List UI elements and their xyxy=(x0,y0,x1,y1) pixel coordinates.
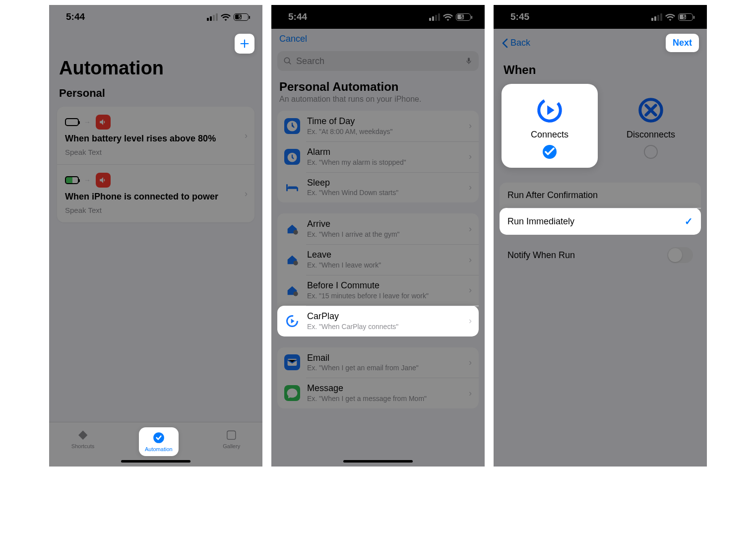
chevron-icon: › xyxy=(469,182,472,193)
chevron-icon: › xyxy=(245,131,248,141)
status-time: 5:45 xyxy=(510,11,529,22)
trigger-sub: Ex. "When I get an email from Jane" xyxy=(307,364,419,372)
trigger-title: Email xyxy=(307,353,419,363)
trigger-alarm[interactable]: AlarmEx. "When my alarm is stopped" › xyxy=(277,141,479,172)
cellular-icon xyxy=(429,13,440,21)
trigger-title: Sleep xyxy=(307,178,398,188)
trigger-title: Leave xyxy=(307,250,381,260)
when-heading: When xyxy=(494,57,707,84)
option-disconnects[interactable]: Disconnects xyxy=(603,84,699,168)
cellular-icon xyxy=(207,13,218,21)
carplay-icon xyxy=(284,313,300,329)
status-bar: 5:44 51 xyxy=(49,5,262,29)
trigger-leave[interactable]: LeaveEx. "When I leave work" › xyxy=(277,244,479,275)
automation-row[interactable]: → When iPhone is connected to power Spea… xyxy=(57,164,254,222)
cancel-button[interactable]: Cancel xyxy=(271,29,485,49)
automation-title: When iPhone is connected to power xyxy=(65,192,247,202)
trigger-sub: Ex. "When CarPlay connects" xyxy=(307,323,398,331)
option-label: Run After Confirmation xyxy=(507,190,598,201)
disconnects-icon xyxy=(636,96,665,125)
page-title: Automation xyxy=(49,54,262,79)
battery-icon: 51 xyxy=(234,13,249,21)
automation-title: When battery level rises above 80% xyxy=(65,134,247,144)
shortcuts-icon: ◆ xyxy=(78,427,87,441)
wifi-icon xyxy=(665,13,675,21)
option-label: Run Immediately xyxy=(507,216,574,227)
wifi-icon xyxy=(443,13,453,21)
toggle-switch[interactable] xyxy=(667,247,693,263)
clock-icon xyxy=(284,118,300,134)
tab-gallery[interactable]: ▢ Gallery xyxy=(223,427,240,449)
add-button[interactable] xyxy=(235,34,254,54)
back-button[interactable]: Back xyxy=(502,38,530,48)
section-personal: Personal xyxy=(49,79,262,104)
message-icon xyxy=(284,385,300,401)
trigger-message[interactable]: MessageEx. "When I get a message from Mo… xyxy=(277,378,479,408)
battery-icon xyxy=(65,118,79,126)
trigger-before-commute[interactable]: Before I CommuteEx. "15 minutes before I… xyxy=(277,275,479,306)
automation-card: → When battery level rises above 80% Spe… xyxy=(57,107,254,222)
automation-icon xyxy=(152,431,165,444)
chevron-icon: › xyxy=(469,255,472,265)
trigger-group-location: ArriveEx. "When I arrive at the gym" › L… xyxy=(277,213,479,336)
trigger-sleep[interactable]: SleepEx. "When Wind Down starts" › xyxy=(277,172,479,203)
email-icon xyxy=(284,354,300,370)
option-notify-when-run[interactable]: Notify When Run xyxy=(500,240,701,270)
option-run-immediately[interactable]: Run Immediately ✓ xyxy=(500,208,701,235)
svg-rect-2 xyxy=(468,58,470,62)
option-run-after-confirmation[interactable]: Run After Confirmation xyxy=(500,183,701,208)
chevron-icon: › xyxy=(469,285,472,295)
automation-row[interactable]: → When battery level rises above 80% Spe… xyxy=(57,107,254,164)
trigger-sub: Ex. "15 minutes before I leave for work" xyxy=(307,292,429,300)
option-label: Notify When Run xyxy=(507,250,575,261)
svg-point-7 xyxy=(293,291,298,296)
search-icon xyxy=(283,57,292,66)
trigger-title: Message xyxy=(307,384,427,394)
run-options: Run After Confirmation Run Immediately ✓ xyxy=(500,183,701,235)
section-title: Personal Automation xyxy=(271,78,485,95)
trigger-title: Before I Commute xyxy=(307,281,429,291)
chevron-left-icon xyxy=(502,38,508,48)
tab-label: Automation xyxy=(145,446,173,452)
tab-shortcuts[interactable]: ◆ Shortcuts xyxy=(71,427,94,449)
chevron-icon: › xyxy=(245,189,248,199)
speak-text-icon xyxy=(96,115,111,130)
gallery-icon: ▢ xyxy=(226,427,237,441)
trigger-sub: Ex. "When I get a message from Mom" xyxy=(307,395,427,402)
plus-icon xyxy=(239,38,250,49)
chevron-icon: › xyxy=(469,224,472,234)
mic-icon[interactable] xyxy=(465,56,473,66)
trigger-time-of-day[interactable]: Time of DayEx. "At 8:00 AM, weekdays" › xyxy=(277,111,479,141)
leave-icon xyxy=(284,252,300,268)
speak-text-icon xyxy=(96,173,111,188)
radio-empty-icon xyxy=(644,145,658,159)
automation-sub: Speak Text xyxy=(65,206,247,214)
chevron-icon: › xyxy=(469,388,472,399)
back-label: Back xyxy=(510,38,530,48)
home-indicator xyxy=(121,460,190,463)
next-button[interactable]: Next xyxy=(666,34,699,52)
arrow-icon: → xyxy=(84,176,91,184)
status-time: 5:44 xyxy=(288,11,307,22)
search-placeholder: Search xyxy=(296,56,324,67)
section-subtitle: An automation that runs on your iPhone. xyxy=(271,95,485,111)
trigger-sub: Ex. "When Wind Down starts" xyxy=(307,189,398,197)
arrive-icon xyxy=(284,221,300,237)
tab-label: Gallery xyxy=(223,443,240,449)
tab-automation[interactable]: Automation xyxy=(145,431,173,452)
svg-point-5 xyxy=(293,230,298,235)
status-bar: 5:44 51 xyxy=(271,5,485,29)
trigger-arrive[interactable]: ArriveEx. "When I arrive at the gym" › xyxy=(277,213,479,244)
screenshot-3: 5:45 51 Back Next When Connects Disconne… xyxy=(494,5,707,467)
alarm-icon xyxy=(284,149,300,165)
tab-bar: ◆ Shortcuts Automation ▢ Gallery xyxy=(49,422,262,467)
trigger-email[interactable]: EmailEx. "When I get an email from Jane"… xyxy=(277,347,479,378)
trigger-title: Alarm xyxy=(307,147,406,157)
trigger-carplay[interactable]: CarPlayEx. "When CarPlay connects" › xyxy=(277,306,479,336)
trigger-title: Time of Day xyxy=(307,117,393,127)
bed-icon xyxy=(284,179,300,195)
option-connects[interactable]: Connects xyxy=(502,84,598,168)
search-input[interactable]: Search xyxy=(277,51,479,71)
status-time: 5:44 xyxy=(66,11,85,22)
trigger-title: CarPlay xyxy=(307,312,398,322)
